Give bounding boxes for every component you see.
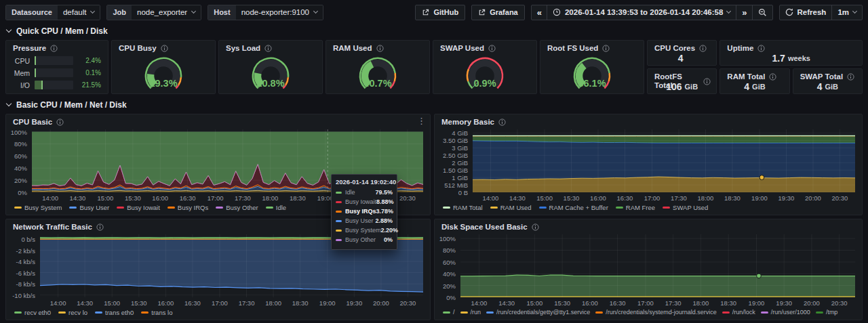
row-header-basic[interactable]: Basic CPU / Mem / Net / Disk <box>7 100 861 110</box>
legend-item[interactable]: RAM Cache + Buffer <box>539 204 608 211</box>
panel-title[interactable]: SWAP Used <box>440 44 484 53</box>
legend-item[interactable]: recv eth0 <box>14 309 51 316</box>
legend-item[interactable]: /run <box>460 309 481 316</box>
x-tick-label: 20:30 <box>400 299 416 307</box>
legend-item[interactable]: /run/lock <box>722 309 755 316</box>
series-swatch <box>141 311 149 314</box>
pressure-value: 0.1% <box>78 69 101 77</box>
panel-title[interactable]: Sys Load <box>226 44 260 53</box>
toolbar: Datasource default Job node_exporter Hos… <box>0 0 868 20</box>
series-swatch <box>336 211 342 213</box>
var-host: Host node-exporter:9100 <box>208 5 323 20</box>
gauge-sys-load: 20.8% <box>219 53 322 94</box>
panel-title[interactable]: Network Traffic Basic <box>13 223 92 232</box>
legend-item[interactable]: trans lo <box>141 309 172 316</box>
panel-menu-icon[interactable]: ⋮ <box>417 116 426 125</box>
panel-title[interactable]: CPU Basic <box>13 118 52 127</box>
x-tick-label: 20:00 <box>805 194 821 202</box>
legend-item[interactable]: /run/credentials/systemd-journald.servic… <box>595 309 717 316</box>
time-range-picker[interactable]: 2026-01-14 13:39:53 to 2026-01-14 20:46:… <box>547 5 736 20</box>
var-host-select[interactable]: node-exporter:9100 <box>236 5 323 20</box>
panel-title[interactable]: Disk Space Used Basic <box>441 223 528 232</box>
info-icon <box>602 45 610 52</box>
grafana-link-button[interactable]: Grafana <box>471 5 525 20</box>
panel-title[interactable]: Root FS Used <box>547 44 598 53</box>
y-tick-label: 40% <box>14 165 27 172</box>
refresh-icon <box>785 8 793 16</box>
legend-item[interactable]: RAM Total <box>443 204 483 211</box>
legend-item[interactable]: SWAP Used <box>663 204 708 211</box>
grafana-link-label: Grafana <box>490 8 518 16</box>
y-tick-label: -2 kb/s <box>16 246 35 254</box>
panel-title[interactable]: Memory Basic <box>441 118 494 127</box>
x-tick-label: 17:00 <box>208 194 224 202</box>
legend-item[interactable]: RAM Used <box>490 204 532 211</box>
y-tick-label: 100% <box>11 128 27 135</box>
time-shift-forward-button[interactable]: » <box>736 5 751 20</box>
x-tick-label: 18:00 <box>693 299 709 307</box>
y-tick-label: 20% <box>14 177 27 184</box>
panel-title[interactable]: RAM Used <box>333 44 372 53</box>
panel-disk-space-used-basic: Disk Space Used Basic 0%20%40%60%80%100%… <box>434 219 863 320</box>
series-swatch <box>486 311 494 314</box>
stat-value: 1.7weeks <box>720 51 862 65</box>
var-job-value: node_exporter <box>137 8 187 16</box>
x-axis: 14:0014:3015:0015:3016:0016:3017:0017:30… <box>460 297 855 307</box>
x-tick-label: 16:30 <box>180 194 196 202</box>
pressure-row-mem: Mem 0.1% <box>13 68 101 77</box>
info-icon <box>161 45 168 52</box>
series-swatch <box>761 311 768 314</box>
panel-rootfs-used: Root FS Used 36.1% <box>540 40 644 94</box>
time-shift-back-button[interactable]: « <box>532 5 547 20</box>
tooltip-timestamp: 2026-01-14 19:02:40 <box>336 178 393 186</box>
memory-chart-plot[interactable] <box>473 129 855 192</box>
panel-title[interactable]: Pressure <box>13 44 46 53</box>
var-datasource-select[interactable]: default <box>58 5 100 20</box>
series-swatch <box>722 311 730 314</box>
panel-swap-total: SWAP Total 4GiB <box>793 68 863 94</box>
legend-item[interactable]: / <box>443 309 455 316</box>
panel-title[interactable]: CPU Busy <box>119 44 157 53</box>
info-icon <box>532 223 539 231</box>
github-link-button[interactable]: GitHub <box>415 5 465 20</box>
pressure-bar <box>35 56 73 65</box>
series-swatch <box>460 311 468 314</box>
x-tick-label: 17:30 <box>235 194 251 202</box>
zoom-out-button[interactable] <box>752 5 772 20</box>
x-tick-label: 16:00 <box>582 299 598 307</box>
pressure-row-io: I/O 21.5% <box>13 81 101 89</box>
legend-item[interactable]: Busy System <box>14 204 62 211</box>
var-job-select[interactable]: node_exporter <box>132 5 201 20</box>
chart-legend: RAM TotalRAM UsedRAM Cache + BufferRAM F… <box>440 202 855 213</box>
legend-item[interactable]: Busy User <box>69 204 109 211</box>
series-swatch <box>336 220 342 222</box>
legend-item[interactable]: /tmp <box>816 309 838 316</box>
series-swatch <box>336 201 342 203</box>
series-swatch <box>266 207 273 209</box>
legend-item[interactable]: trans eth0 <box>95 309 134 316</box>
disk-chart-plot[interactable] <box>460 234 855 297</box>
x-tick-label: 17:00 <box>212 299 228 307</box>
pressure-value: 2.4% <box>78 57 101 64</box>
x-axis: 14:0014:3015:0015:3016:0016:3017:0017:30… <box>473 192 855 202</box>
x-tick-label: 14:00 <box>42 194 58 202</box>
stat-value: 4GiB <box>793 79 862 93</box>
chevron-down-icon <box>852 9 857 14</box>
series-swatch <box>336 192 342 194</box>
refresh-button[interactable]: Refresh <box>780 5 832 20</box>
legend-item[interactable]: recv lo <box>58 309 87 316</box>
legend-item[interactable]: Busy Iowait <box>117 204 160 211</box>
panel-sys-load: Sys Load 20.8% <box>218 40 323 94</box>
tooltip-row: Busy Iowait8.88% <box>336 198 393 205</box>
legend-item[interactable]: Busy IRQs <box>167 204 208 211</box>
legend-item[interactable]: /run/user/1000 <box>761 309 810 316</box>
y-tick-label: 60% <box>14 152 27 160</box>
legend-item[interactable]: RAM Free <box>616 204 655 211</box>
legend-item[interactable]: Idle <box>266 204 286 211</box>
refresh-interval-select[interactable]: 1m <box>831 5 862 20</box>
legend-item[interactable]: Busy Other <box>216 204 258 211</box>
series-swatch <box>58 311 66 314</box>
legend-item[interactable]: /run/credentials/getty@tty1.service <box>486 309 590 316</box>
row-header-quick[interactable]: Quick CPU / Mem / Disk <box>7 26 861 36</box>
pressure-label: I/O <box>13 81 30 89</box>
